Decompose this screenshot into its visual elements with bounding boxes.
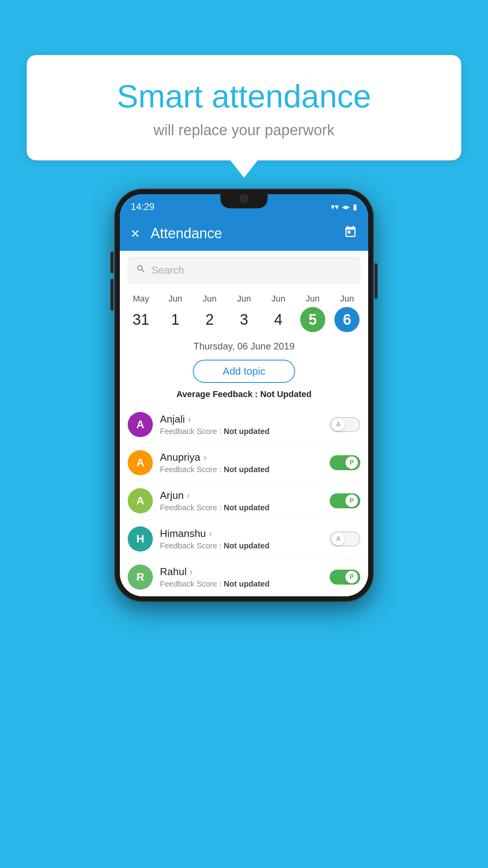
speech-bubble-wrapper: Smart attendance will replace your paper… (27, 55, 461, 160)
student-avatar: A (128, 412, 153, 437)
student-info: Rahul ›Feedback Score : Not updated (160, 566, 326, 588)
chevron-right-icon: › (209, 529, 212, 539)
bubble-subtitle: will replace your paperwork (46, 122, 442, 139)
chevron-right-icon: › (190, 567, 193, 577)
student-name: Anjali › (160, 413, 326, 425)
toggle-switch[interactable]: P (330, 455, 360, 470)
student-row[interactable]: AArjun ›Feedback Score : Not updatedP (124, 482, 364, 520)
calendar-icon[interactable] (344, 225, 357, 242)
student-name: Himanshu › (160, 528, 326, 540)
feedback-score: Feedback Score : Not updated (160, 503, 326, 512)
speech-bubble: Smart attendance will replace your paper… (27, 55, 461, 160)
student-info: Anupriya ›Feedback Score : Not updated (160, 451, 326, 474)
student-name: Arjun › (160, 489, 326, 502)
toggle-thumb: P (345, 456, 358, 469)
student-row[interactable]: AAnjali ›Feedback Score : Not updatedA (124, 406, 364, 444)
bubble-title: Smart attendance (46, 79, 442, 114)
cal-month-label: Jun (272, 294, 285, 304)
toggle-thumb: P (345, 571, 358, 583)
cal-month-label: Jun (203, 294, 216, 304)
signal-icon: ◂▸ (342, 202, 350, 211)
search-container[interactable]: Search (128, 257, 360, 283)
vol-down-button[interactable] (110, 279, 114, 311)
avg-feedback: Average Feedback : Not Updated (120, 389, 368, 399)
student-info: Himanshu ›Feedback Score : Not updated (160, 528, 326, 550)
add-topic-button[interactable]: Add topic (193, 360, 295, 383)
toggle-thumb: A (332, 533, 345, 545)
student-avatar: A (128, 450, 153, 475)
calendar-day[interactable]: Jun3 (231, 294, 257, 332)
feedback-score: Feedback Score : Not updated (160, 541, 326, 550)
avg-feedback-label: Average Feedback : (176, 389, 260, 399)
cal-date-number[interactable]: 3 (231, 307, 257, 332)
avg-feedback-value: Not Updated (260, 389, 312, 399)
attendance-toggle[interactable]: P (330, 493, 360, 508)
calendar-strip: May31Jun1Jun2Jun3Jun4Jun5Jun6 (120, 290, 368, 334)
selected-date: Thursday, 06 June 2019 (120, 334, 368, 357)
phone-outer: 14:29 ▾▾ ◂▸ ▮ × Attendance (114, 189, 374, 602)
app-bar-title: Attendance (150, 225, 344, 242)
close-button[interactable]: × (131, 225, 139, 242)
student-info: Arjun ›Feedback Score : Not updated (160, 489, 326, 512)
attendance-toggle[interactable]: A (330, 531, 360, 546)
attendance-toggle[interactable]: P (330, 455, 360, 470)
toggle-switch[interactable]: P (330, 570, 360, 585)
status-time: 14:29 (131, 201, 154, 212)
phone-mockup: 14:29 ▾▾ ◂▸ ▮ × Attendance (114, 189, 374, 602)
feedback-score: Feedback Score : Not updated (160, 427, 326, 436)
phone-camera (240, 194, 248, 203)
phone-screen: 14:29 ▾▾ ◂▸ ▮ × Attendance (120, 194, 368, 596)
student-info: Anjali ›Feedback Score : Not updated (160, 413, 326, 436)
wifi-icon: ▾▾ (331, 202, 339, 211)
student-row[interactable]: AAnupriya ›Feedback Score : Not updatedP (124, 444, 364, 482)
cal-month-label: Jun (168, 294, 182, 304)
cal-date-number[interactable]: 2 (197, 307, 222, 332)
status-icons: ▾▾ ◂▸ ▮ (331, 202, 357, 211)
student-avatar: A (128, 488, 153, 513)
toggle-thumb: P (345, 495, 358, 507)
toggle-switch[interactable]: P (330, 493, 360, 508)
cal-date-number[interactable]: 1 (163, 307, 188, 332)
calendar-day[interactable]: May31 (128, 294, 154, 332)
cal-month-label: Jun (237, 294, 251, 304)
feedback-score: Feedback Score : Not updated (160, 579, 326, 588)
attendance-toggle[interactable]: A (330, 417, 360, 432)
attendance-toggle[interactable]: P (330, 570, 360, 585)
cal-month-label: Jun (340, 294, 354, 304)
app-bar: × Attendance (120, 216, 368, 251)
student-name: Anupriya › (160, 451, 326, 463)
calendar-day[interactable]: Jun5 (299, 294, 326, 332)
calendar-day[interactable]: Jun2 (196, 294, 223, 332)
toggle-thumb: A (332, 418, 345, 431)
student-avatar: R (128, 565, 153, 590)
power-button[interactable] (374, 263, 378, 299)
cal-month-label: May (133, 294, 149, 304)
cal-month-label: Jun (306, 294, 319, 304)
chevron-right-icon: › (204, 452, 206, 463)
search-placeholder: Search (152, 264, 184, 276)
search-icon (136, 264, 146, 277)
feedback-score: Feedback Score : Not updated (160, 465, 326, 474)
cal-date-number[interactable]: 5 (300, 307, 325, 332)
calendar-day[interactable]: Jun6 (334, 294, 360, 332)
calendar-day[interactable]: Jun1 (162, 294, 189, 332)
toggle-switch[interactable]: A (330, 531, 360, 546)
student-row[interactable]: RRahul ›Feedback Score : Not updatedP (124, 558, 364, 596)
cal-date-number[interactable]: 4 (266, 307, 291, 332)
toggle-switch[interactable]: A (330, 417, 360, 432)
student-row[interactable]: HHimanshu ›Feedback Score : Not updatedA (124, 520, 364, 558)
student-list: AAnjali ›Feedback Score : Not updatedAAA… (120, 406, 368, 596)
chevron-right-icon: › (188, 414, 191, 425)
student-name: Rahul › (160, 566, 326, 578)
vol-up-button[interactable] (110, 252, 114, 273)
chevron-right-icon: › (187, 491, 190, 501)
calendar-day[interactable]: Jun4 (265, 294, 292, 332)
cal-date-number[interactable]: 6 (334, 307, 360, 332)
student-avatar: H (128, 526, 153, 552)
battery-icon: ▮ (353, 202, 357, 211)
cal-date-number[interactable]: 31 (128, 307, 154, 332)
